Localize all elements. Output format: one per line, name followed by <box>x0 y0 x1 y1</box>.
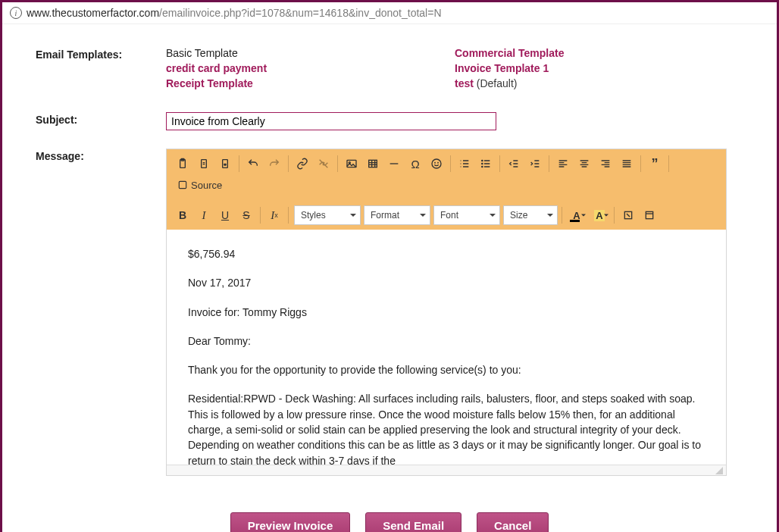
subject-input[interactable] <box>166 112 496 130</box>
text-color-icon[interactable]: A <box>566 205 587 225</box>
undo-icon[interactable] <box>243 154 263 174</box>
font-dropdown[interactable]: Font <box>433 205 500 225</box>
paste-word-icon[interactable] <box>215 154 235 174</box>
svg-rect-15 <box>646 211 652 218</box>
url-path: /emailinvoice.php?id=1078&num=14618&inv_… <box>159 7 441 19</box>
cancel-button[interactable]: Cancel <box>477 512 549 532</box>
styles-dropdown[interactable]: Styles <box>294 205 361 225</box>
align-justify-icon[interactable] <box>617 154 637 174</box>
bold-icon[interactable]: B <box>173 205 192 225</box>
strike-icon[interactable]: S <box>236 205 256 225</box>
maximize-icon[interactable] <box>618 205 638 225</box>
info-icon: i <box>10 7 22 19</box>
send-email-button[interactable]: Send Email <box>365 512 461 532</box>
bg-color-icon[interactable]: A <box>589 205 610 225</box>
svg-point-11 <box>482 163 483 164</box>
invoice-amount: $6,756.94 <box>188 246 705 261</box>
template-invoice1[interactable]: Invoice Template 1 <box>455 62 743 74</box>
intro-line: Thank you for the opportunity to provide… <box>188 362 705 377</box>
link-icon[interactable] <box>293 154 312 174</box>
template-test[interactable]: test (Default) <box>455 77 743 89</box>
bulleted-list-icon[interactable] <box>476 154 496 174</box>
preview-invoice-button[interactable]: Preview Invoice <box>230 512 351 532</box>
indent-icon[interactable] <box>525 154 545 174</box>
url-bar: i www.thecustomerfactor.com/emailinvoice… <box>2 2 777 24</box>
label-message: Message: <box>36 149 166 476</box>
salutation: Dear Tommy: <box>188 333 705 349</box>
table-icon[interactable] <box>363 154 383 174</box>
special-char-icon[interactable]: Ω <box>405 154 425 174</box>
align-left-icon[interactable] <box>553 154 573 174</box>
numbered-list-icon[interactable] <box>455 154 474 174</box>
rich-text-editor: Ω ” <box>166 149 727 476</box>
image-icon[interactable] <box>342 154 361 174</box>
italic-icon[interactable]: I <box>194 205 214 225</box>
template-basic[interactable]: Basic Template <box>166 47 455 59</box>
editor-toolbar: Ω ” <box>167 149 726 230</box>
paste-icon[interactable] <box>173 154 192 174</box>
format-dropdown[interactable]: Format <box>364 205 430 225</box>
resize-grip[interactable] <box>167 465 726 475</box>
align-center-icon[interactable] <box>574 154 594 174</box>
svg-rect-13 <box>179 181 186 188</box>
svg-rect-6 <box>369 160 377 167</box>
label-email-templates: Email Templates: <box>36 47 166 89</box>
emoji-icon[interactable] <box>427 154 446 174</box>
invoice-for: Invoice for: Tommy Riggs <box>188 305 705 320</box>
underline-icon[interactable]: U <box>215 205 235 225</box>
svg-point-12 <box>482 166 483 167</box>
svg-point-9 <box>438 162 439 163</box>
svg-point-7 <box>432 159 441 168</box>
hr-icon[interactable] <box>384 154 404 174</box>
paste-text-icon[interactable] <box>194 154 214 174</box>
template-credit-card[interactable]: credit card payment <box>166 62 455 74</box>
svg-point-8 <box>435 162 436 163</box>
template-commercial[interactable]: Commercial Template <box>455 47 743 59</box>
outdent-icon[interactable] <box>504 154 524 174</box>
editor-body[interactable]: $6,756.94 Nov 17, 2017 Invoice for: Tomm… <box>167 230 726 465</box>
source-button[interactable]: Source <box>173 175 227 195</box>
blockquote-icon[interactable]: ” <box>645 154 665 174</box>
size-dropdown[interactable]: Size <box>503 205 558 225</box>
unlink-icon[interactable] <box>314 154 333 174</box>
svg-point-10 <box>482 160 483 161</box>
redo-icon[interactable] <box>264 154 284 174</box>
url-base: www.thecustomerfactor.com <box>27 7 159 19</box>
label-subject: Subject: <box>36 112 166 130</box>
invoice-date: Nov 17, 2017 <box>188 275 705 290</box>
align-right-icon[interactable] <box>596 154 615 174</box>
remove-format-icon[interactable]: Ix <box>264 205 284 225</box>
show-blocks-icon[interactable] <box>640 205 659 225</box>
body-text: Residential:RPWD - Deck Washing: All sur… <box>188 391 705 465</box>
template-receipt[interactable]: Receipt Template <box>166 77 455 89</box>
